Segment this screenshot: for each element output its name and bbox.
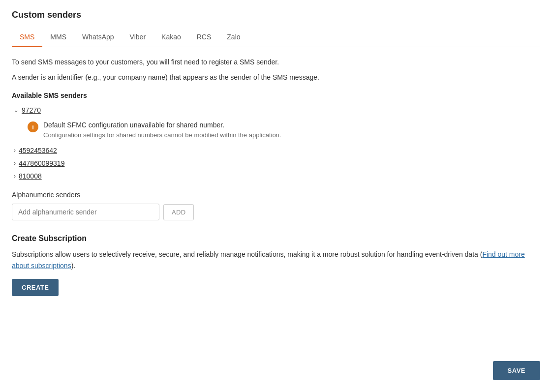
sender-item-810008[interactable]: › 810008 xyxy=(12,172,540,180)
alphanumeric-input[interactable] xyxy=(12,204,159,220)
sender-item-447860099319[interactable]: › 447860099319 xyxy=(12,159,540,167)
tab-whatsapp[interactable]: WhatsApp xyxy=(74,28,122,47)
sender-toggle-97270[interactable]: ⌄ 97270 xyxy=(14,106,540,114)
tab-rcs[interactable]: RCS xyxy=(189,28,219,47)
senders-section-title: Available SMS senders xyxy=(12,91,540,99)
chevron-down-icon: ⌄ xyxy=(14,107,19,114)
tab-zalo[interactable]: Zalo xyxy=(219,28,248,47)
create-subscription-section: Create Subscription Subscriptions allow … xyxy=(12,234,540,296)
sender-number-447860099319: 447860099319 xyxy=(19,159,64,167)
tab-sms[interactable]: SMS xyxy=(12,28,42,47)
alphanumeric-title: Alphanumeric senders xyxy=(12,191,540,199)
sender-number-4592453642: 4592453642 xyxy=(19,147,57,154)
tabs-container: SMS MMS WhatsApp Viber Kakao RCS Zalo xyxy=(12,28,540,47)
subscription-description: Subscriptions allow users to selectively… xyxy=(12,249,540,271)
subscription-desc-after: ). xyxy=(71,262,76,270)
shared-number-alert: i Default SFMC configuration unavailable… xyxy=(28,119,540,142)
info-icon: i xyxy=(28,121,38,132)
page-title: Custom senders xyxy=(12,10,540,20)
chevron-right-icon: › xyxy=(14,173,16,180)
add-alphanumeric-button[interactable]: ADD xyxy=(163,204,194,220)
sender-item-4592453642[interactable]: › 4592453642 xyxy=(12,147,540,154)
info-description: Configuration settings for shared number… xyxy=(43,131,540,140)
alphanumeric-input-row: ADD xyxy=(12,204,540,220)
description-line1: To send SMS messages to your customers, … xyxy=(12,57,540,67)
sender-number-97270: 97270 xyxy=(22,106,41,114)
tab-viber[interactable]: Viber xyxy=(122,28,153,47)
tab-mms[interactable]: MMS xyxy=(42,28,74,47)
create-subscription-button[interactable]: CREATE xyxy=(12,279,59,296)
chevron-right-icon: › xyxy=(14,147,16,154)
subscription-title: Create Subscription xyxy=(12,234,540,243)
sender-item-97270: ⌄ 97270 i Default SFMC configuration una… xyxy=(12,106,540,142)
subscription-desc-before: Subscriptions allow users to selectively… xyxy=(12,250,482,258)
sender-number-810008: 810008 xyxy=(19,172,42,180)
tab-kakao[interactable]: Kakao xyxy=(153,28,189,47)
chevron-right-icon: › xyxy=(14,160,16,167)
description-line2: A sender is an identifier (e.g., your co… xyxy=(12,72,540,83)
alphanumeric-section: Alphanumeric senders ADD xyxy=(12,191,540,220)
info-content: Default SFMC configuration unavailable f… xyxy=(43,121,540,140)
info-title: Default SFMC configuration unavailable f… xyxy=(43,121,540,129)
save-button[interactable]: SAVE xyxy=(493,361,540,380)
